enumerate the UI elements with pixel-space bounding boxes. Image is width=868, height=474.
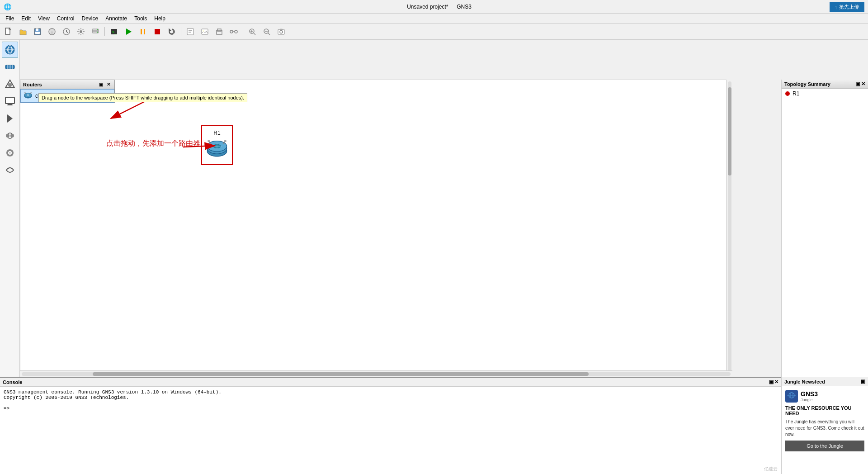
menu-view[interactable]: View [34, 14, 53, 23]
save-button[interactable] [31, 25, 44, 38]
svg-rect-48 [5, 97, 14, 104]
watermark-text: 亿速云 [764, 466, 778, 471]
annotation-text: 点击拖动，先添加一个路由器 [106, 139, 200, 148]
zoom-out-button[interactable] [260, 25, 274, 38]
preferences-button[interactable] [74, 25, 88, 38]
menu-device[interactable]: Device [78, 14, 102, 23]
router-node-r1[interactable]: R1 [201, 125, 233, 165]
menubar: File Edit View Control Device Annotate T… [0, 14, 868, 24]
node-box-r1: R1 [201, 125, 233, 165]
menu-file[interactable]: File [2, 14, 18, 23]
topology-item-r1[interactable]: R1 [782, 89, 868, 99]
svg-rect-17 [144, 29, 145, 34]
svg-text:>_: >_ [112, 30, 117, 34]
horizontal-scrollbar[interactable] [20, 370, 732, 377]
jungle-content: GNS3 Jungle THE ONLY RESOURCE YOU NEED T… [782, 386, 868, 474]
play-button[interactable] [122, 25, 135, 38]
sidebar-item-hub[interactable] [2, 76, 18, 92]
topology-panel-controls: ▣ ✕ [855, 81, 865, 87]
upload-button[interactable]: ↑ 抢先上传 [830, 2, 865, 12]
new-button[interactable] [2, 25, 15, 38]
menu-control[interactable]: Control [53, 14, 78, 23]
svg-rect-36 [280, 29, 283, 30]
routers-close-btn[interactable]: ✕ [105, 82, 112, 87]
stop-button[interactable] [151, 25, 164, 38]
sidebar-item-security[interactable] [2, 145, 18, 161]
pause-button[interactable] [136, 25, 150, 38]
sidebar-item-monitor[interactable] [2, 93, 18, 109]
svg-point-56 [9, 152, 10, 154]
server-button[interactable] [89, 25, 102, 38]
topology-dock-btn[interactable]: ▣ [855, 81, 860, 86]
routers-dock-btn[interactable]: ▣ [98, 82, 104, 87]
svg-rect-50 [7, 104, 13, 105]
jungle-sub-label: Jungle [801, 398, 818, 402]
shapes-button[interactable] [212, 25, 226, 38]
svg-rect-3 [36, 28, 38, 31]
svg-point-61 [24, 92, 26, 94]
vscroll-thumb[interactable] [728, 87, 731, 175]
workspace-canvas[interactable]: 点击拖动，先添加一个路由器 R1 [20, 80, 732, 377]
link-button[interactable] [227, 25, 241, 38]
svg-rect-16 [141, 29, 142, 34]
snapshot-button[interactable] [60, 25, 73, 38]
hscroll-thumb[interactable] [93, 372, 589, 376]
svg-marker-15 [126, 28, 132, 35]
zoom-in-button[interactable] [245, 25, 259, 38]
topology-panel-title: Topology Summary ▣ ✕ [782, 80, 868, 89]
svg-text:C: C [27, 94, 29, 96]
menu-annotate[interactable]: Annotate [102, 14, 131, 23]
annotation-content: 点击拖动，先添加一个路由器 [106, 139, 200, 147]
screenshot-button[interactable] [274, 25, 288, 38]
routers-title-label: Routers [23, 82, 42, 87]
vertical-scrollbar[interactable] [726, 80, 732, 377]
node-router-icon-r1 [206, 138, 228, 161]
edit-note-button[interactable] [184, 25, 197, 38]
svg-rect-19 [187, 28, 193, 35]
sidebar-item-switch[interactable] [2, 59, 18, 75]
svg-rect-4 [35, 32, 40, 34]
svg-point-53 [10, 134, 14, 137]
console-content[interactable]: GNS3 management console. Running GNS3 ve… [0, 387, 781, 474]
open-button[interactable] [16, 25, 30, 38]
menu-tools[interactable]: Tools [131, 14, 151, 23]
console-button[interactable]: >_ [107, 25, 121, 38]
jungle-brand-name: GNS3 [801, 390, 818, 398]
svg-line-32 [268, 33, 270, 35]
node-label-r1: R1 [213, 130, 220, 136]
svg-point-52 [6, 134, 9, 137]
topology-item-label: R1 [793, 90, 799, 97]
console-line-4: => [4, 406, 778, 411]
toolbar: ↓ >_ [0, 24, 868, 40]
topology-title-label: Topology Summary [784, 81, 830, 87]
sidebar-item-guest[interactable] [2, 110, 18, 127]
sidebar-item-all[interactable] [2, 162, 18, 178]
topology-panel: Topology Summary ▣ ✕ R1 [781, 80, 868, 377]
upload-icon: ↑ [835, 5, 838, 10]
import-button[interactable]: ↓ [45, 25, 59, 38]
image-button[interactable] [198, 25, 212, 38]
jungle-title-label: Jungle Newsfeed [784, 379, 825, 384]
sidebar-item-router[interactable] [2, 42, 18, 58]
svg-text:↓: ↓ [51, 29, 53, 34]
jungle-panel: Jungle Newsfeed ▣ GNS3 Jungle [781, 377, 868, 474]
topology-status-dot [785, 91, 790, 96]
console-dock-btn[interactable]: ▣ [769, 379, 774, 385]
routers-panel-controls: ▣ ✕ [98, 82, 112, 87]
menu-help[interactable]: Help [151, 14, 169, 23]
console-line-3 [4, 400, 778, 406]
svg-point-62 [30, 92, 32, 94]
topology-close-btn[interactable]: ✕ [861, 81, 865, 86]
sidebar-item-nat[interactable] [2, 128, 18, 144]
reload-button[interactable] [165, 25, 179, 38]
console-close-btn[interactable]: ✕ [774, 379, 778, 385]
jungle-header: GNS3 Jungle [785, 390, 864, 403]
menu-edit[interactable]: Edit [18, 14, 34, 23]
svg-rect-49 [8, 104, 12, 104]
svg-point-12 [97, 32, 98, 33]
title-text: Unsaved project* — GNS3 [14, 4, 864, 10]
jungle-expand-btn[interactable]: ▣ [861, 379, 865, 384]
goto-jungle-button[interactable]: Go to the Jungle [785, 441, 864, 451]
svg-point-11 [97, 29, 98, 30]
console-line-2: Copyright (c) 2006-2019 GNS3 Technologie… [4, 395, 778, 400]
